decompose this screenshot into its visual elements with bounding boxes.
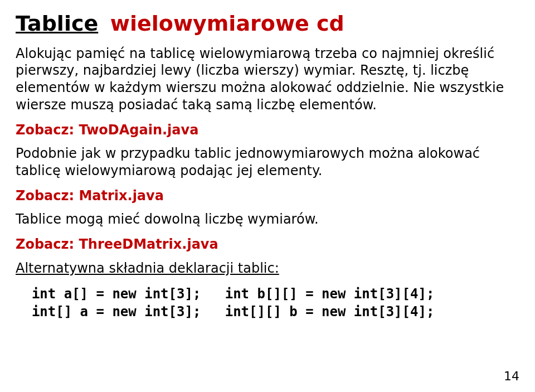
paragraph-3: Tablice mogą mieć dowolną liczbę wymiaró… <box>16 211 519 228</box>
reference-3-label: Zobacz: <box>16 236 74 252</box>
subheading-alt-syntax: Alternatywna składnia deklaracji tablic: <box>16 260 519 277</box>
title-sub: wielowymiarowe cd <box>110 11 344 36</box>
reference-3-file: ThreeDMatrix.java <box>79 236 218 252</box>
code-block: int a[] = new int[3]; int b[][] = new in… <box>16 285 519 321</box>
reference-3: Zobacz: ThreeDMatrix.java <box>16 236 519 253</box>
reference-2: Zobacz: Matrix.java <box>16 187 519 205</box>
paragraph-2: Podobnie jak w przypadku tablic jednowym… <box>16 145 519 179</box>
title-main: Tablice <box>16 11 98 36</box>
page-number: 14 <box>504 369 519 384</box>
reference-2-label: Zobacz: <box>16 188 74 204</box>
reference-2-file: Matrix.java <box>79 188 163 204</box>
reference-1-file: TwoDAgain.java <box>79 122 198 138</box>
slide-title: Tablice wielowymiarowe cd <box>16 10 519 37</box>
reference-1-label: Zobacz: <box>16 122 74 138</box>
reference-1: Zobacz: TwoDAgain.java <box>16 122 519 139</box>
paragraph-1: Alokując pamięć na tablicę wielowymiarow… <box>16 45 519 114</box>
subheading-text: Alternatywna składnia deklaracji tablic: <box>16 260 279 276</box>
